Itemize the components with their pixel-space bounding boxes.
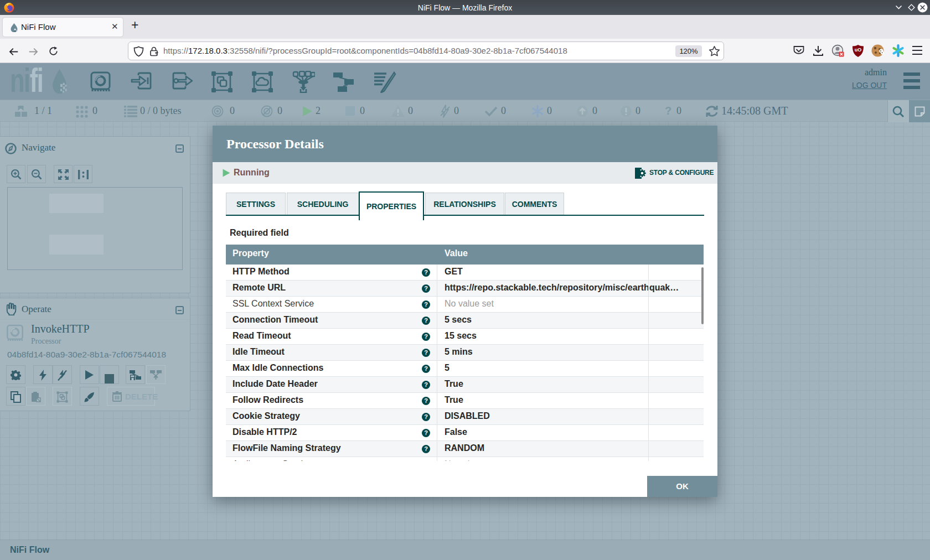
svg-text:uO: uO [855, 47, 862, 53]
